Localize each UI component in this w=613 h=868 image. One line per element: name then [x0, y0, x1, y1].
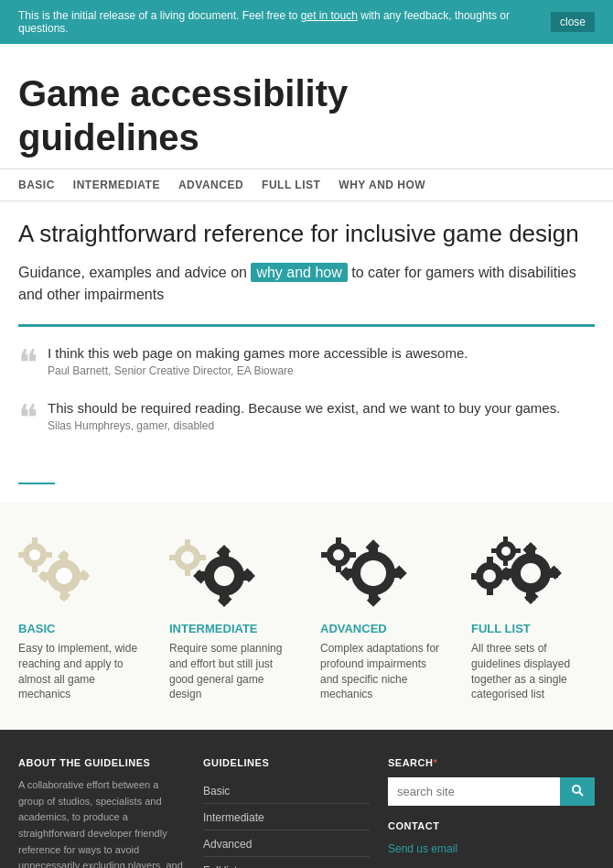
footer-guidelines-heading: GUIDELINES [203, 757, 370, 768]
footer-link-basic: Basic [203, 777, 370, 804]
svg-rect-68 [491, 548, 500, 553]
svg-point-33 [360, 560, 386, 586]
svg-rect-15 [41, 552, 52, 558]
close-banner-button[interactable]: close [551, 12, 595, 32]
svg-rect-28 [185, 539, 190, 550]
search-form [388, 777, 595, 806]
site-footer: ABOUT THE GUIDELINES A collaborative eff… [0, 730, 613, 868]
search-button[interactable] [560, 777, 595, 806]
svg-rect-60 [487, 557, 493, 568]
svg-rect-31 [195, 555, 206, 560]
intermediate-gears-svg [169, 535, 270, 608]
card-basic-desc: Easy to implement, wide reaching and app… [18, 641, 142, 702]
card-advanced-desc: Complex adaptations for profound impairm… [320, 641, 444, 702]
card-full-list-gears [471, 530, 595, 613]
footer-nav-basic[interactable]: Basic [203, 785, 230, 797]
footer-nav-advanced[interactable]: Advanced [203, 838, 252, 851]
svg-rect-67 [503, 557, 508, 566]
footer-about-col: ABOUT THE GUIDELINES A collaborative eff… [18, 757, 185, 868]
footer-links-list: Basic Intermediate Advanced Full list Wh… [203, 777, 370, 868]
card-basic-title: BASIC [18, 622, 142, 635]
svg-rect-14 [18, 552, 28, 558]
quote-text-2: This should be required reading. Because… [48, 400, 560, 416]
svg-point-43 [333, 549, 344, 560]
quote-text-1: I think this web page on making games mo… [48, 345, 468, 361]
nav-why-and-how[interactable]: WHY AND HOW [339, 179, 425, 191]
site-title: Game accessibility guidelines [18, 71, 595, 159]
quote-1: ❝ I think this web page on making games … [18, 345, 595, 382]
svg-rect-29 [185, 565, 190, 576]
quote-2: ❝ This should be required reading. Becau… [18, 400, 595, 437]
footer-grid: ABOUT THE GUIDELINES A collaborative eff… [18, 757, 595, 868]
footer-nav-intermediate[interactable]: Intermediate [203, 811, 264, 824]
card-full-list: FULL LIST All three sets of guidelines d… [462, 521, 604, 711]
search-icon [571, 784, 584, 797]
svg-rect-62 [471, 573, 481, 580]
svg-point-59 [483, 570, 496, 582]
footer-search-col: SEARCH* CONTACT Send us email [388, 757, 595, 868]
svg-rect-63 [498, 573, 509, 580]
footer-contact-heading: CONTACT [388, 820, 595, 831]
main-nav: BASIC INTERMEDIATE ADVANCED FULL LIST WH… [0, 168, 613, 201]
svg-rect-46 [321, 552, 332, 558]
card-intermediate: INTERMEDIATE Require some planning and e… [160, 521, 302, 711]
quote-content-2: This should be required reading. Because… [48, 400, 560, 432]
svg-rect-13 [32, 561, 38, 572]
svg-point-17 [214, 566, 234, 586]
footer-link-intermediate: Intermediate [203, 804, 370, 830]
svg-line-71 [579, 792, 583, 796]
card-intermediate-title: INTERMEDIATE [169, 622, 293, 635]
nav-basic[interactable]: BASIC [18, 179, 55, 191]
card-full-list-desc: All three sets of guidelines displayed t… [471, 641, 595, 702]
svg-rect-66 [503, 537, 508, 546]
nav-advanced[interactable]: ADVANCED [178, 179, 243, 191]
quote-attribution-2: Silas Humphreys, gamer, disabled [48, 419, 560, 432]
svg-rect-45 [336, 561, 341, 572]
footer-about-text: A collaborative effort between a group o… [18, 777, 185, 868]
card-advanced-title: ADVANCED [320, 622, 444, 635]
search-input[interactable] [388, 777, 560, 806]
card-basic: BASIC Easy to implement, wide reaching a… [9, 521, 151, 711]
svg-rect-12 [32, 537, 38, 548]
svg-point-27 [181, 551, 194, 564]
quote-mark-2: ❝ [18, 400, 38, 437]
footer-nav-full-list[interactable]: Full list [203, 864, 237, 868]
svg-rect-61 [487, 584, 493, 595]
footer-link-advanced: Advanced [203, 830, 370, 857]
get-in-touch-link[interactable]: get in touch [301, 9, 358, 22]
svg-rect-47 [345, 552, 356, 558]
contact-email-link[interactable]: Send us email [388, 842, 457, 855]
svg-point-11 [29, 549, 40, 560]
nav-full-list[interactable]: FULL LIST [262, 179, 320, 191]
svg-point-1 [56, 568, 72, 584]
footer-about-heading: ABOUT THE GUIDELINES [18, 757, 185, 768]
quote-content-1: I think this web page on making games mo… [48, 345, 468, 377]
svg-point-49 [521, 563, 541, 583]
svg-rect-69 [511, 548, 521, 553]
section-divider [18, 483, 55, 484]
card-full-list-title: FULL LIST [471, 622, 595, 635]
svg-rect-44 [336, 537, 341, 548]
quote-attribution-1: Paul Barnett, Senior Creative Director, … [48, 364, 468, 377]
card-intermediate-desc: Require some planning and effort but sti… [169, 641, 293, 702]
nav-intermediate[interactable]: INTERMEDIATE [73, 179, 160, 191]
intro-text: Guidance, examples and advice on why and… [18, 262, 595, 306]
svg-point-70 [573, 786, 580, 793]
quotes-section: ❝ I think this web page on making games … [18, 324, 595, 437]
cards-section: BASIC Easy to implement, wide reaching a… [0, 503, 613, 730]
footer-search-heading: SEARCH* [388, 757, 595, 768]
svg-rect-30 [169, 555, 180, 560]
quote-mark-1: ❝ [18, 345, 38, 382]
card-advanced-gears [320, 530, 444, 613]
intro-heading: A straightforward reference for inclusiv… [18, 220, 595, 248]
why-and-how-link[interactable]: why and how [251, 263, 347, 282]
card-intermediate-gears [169, 530, 293, 613]
basic-gears-svg [18, 535, 110, 608]
main-content: A straightforward reference for inclusiv… [0, 201, 613, 473]
svg-point-65 [501, 547, 511, 556]
footer-guidelines-col: GUIDELINES Basic Intermediate Advanced F… [203, 757, 370, 868]
announcement-banner: This is the initial release of a living … [0, 0, 613, 44]
banner-text: This is the initial release of a living … [18, 9, 551, 35]
advanced-gears-svg [320, 535, 421, 608]
card-basic-gears [18, 530, 142, 613]
